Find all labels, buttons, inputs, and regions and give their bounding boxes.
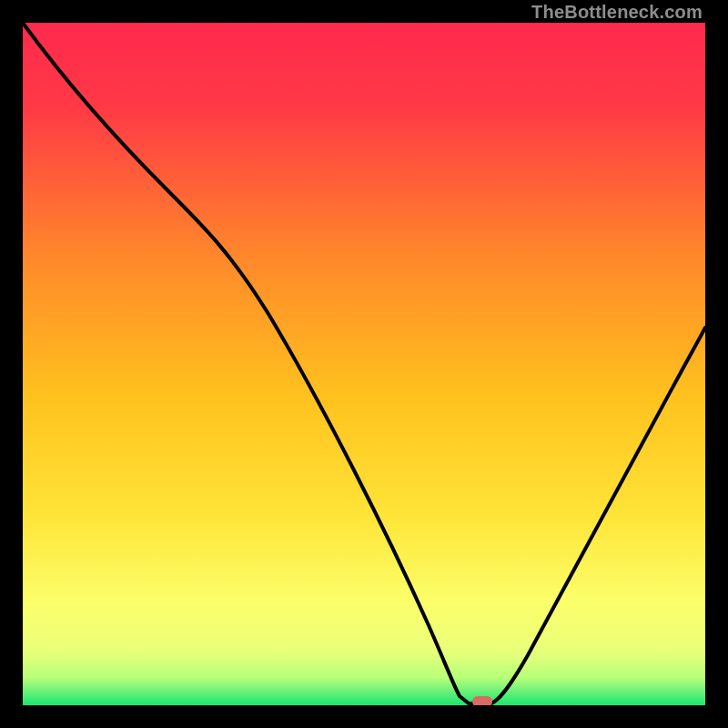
min-marker bbox=[472, 696, 492, 705]
plot-area bbox=[23, 23, 705, 705]
curve-path bbox=[23, 23, 705, 703]
watermark-text: TheBottleneck.com bbox=[531, 2, 703, 23]
chart-frame: TheBottleneck.com bbox=[0, 0, 728, 728]
bottleneck-curve bbox=[23, 23, 705, 705]
